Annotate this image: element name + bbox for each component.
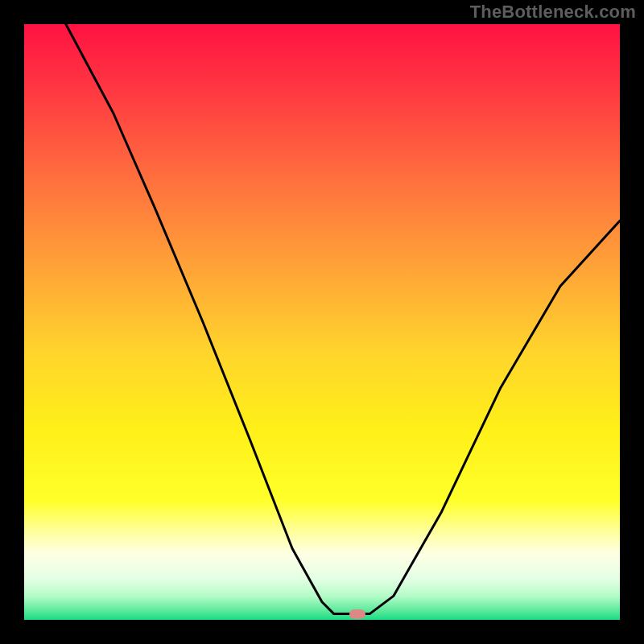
plot-area bbox=[24, 24, 620, 620]
chart-frame: TheBottleneck.com bbox=[0, 0, 644, 644]
bottleneck-curve bbox=[24, 24, 620, 620]
watermark-text: TheBottleneck.com bbox=[470, 2, 636, 23]
optimal-marker bbox=[349, 609, 365, 619]
